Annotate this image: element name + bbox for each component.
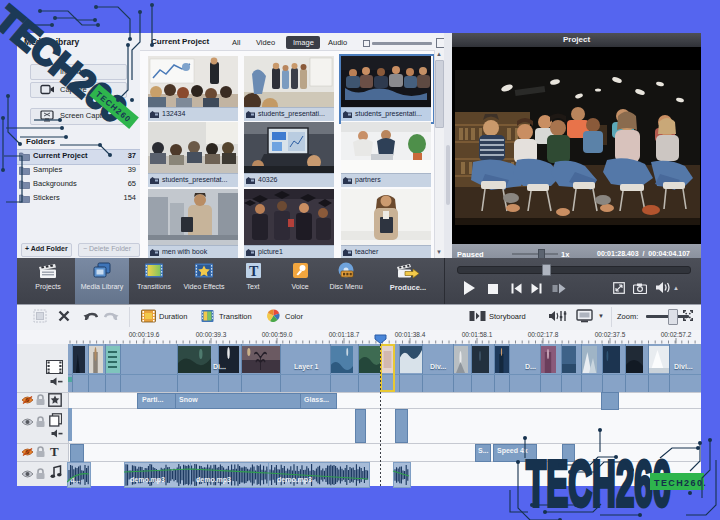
svg-text:TECH260.: TECH260. xyxy=(654,478,707,488)
svg-text:TECH260: TECH260 xyxy=(526,448,671,520)
